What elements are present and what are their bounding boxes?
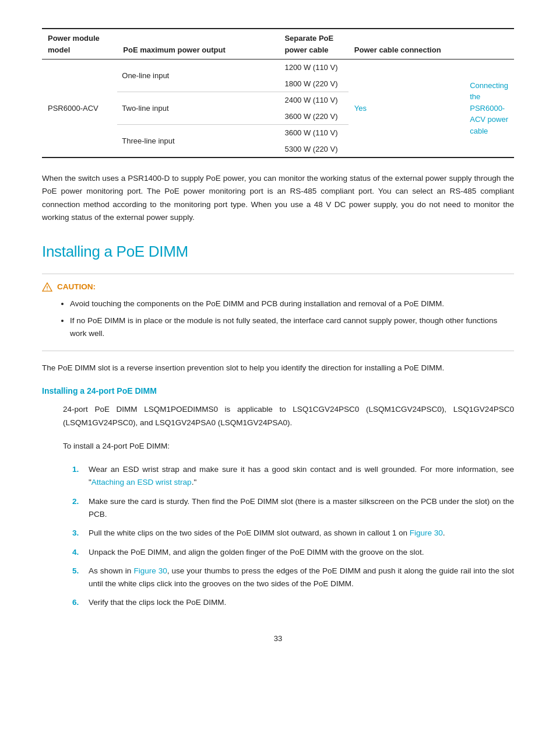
step-1: 1. Wear an ESD wrist strap and make sure… <box>63 463 514 489</box>
esd-strap-link[interactable]: Attaching an ESD wrist strap <box>92 478 192 487</box>
step-6: 6. Verify that the clips lock the PoE DI… <box>63 596 514 609</box>
step-text-3: Pull the white clips on the two sides of… <box>89 527 514 540</box>
steps-list: 1. Wear an ESD wrist strap and make sure… <box>63 463 514 609</box>
figure30-link-b[interactable]: Figure 30 <box>133 566 167 575</box>
connection-link-cell: Connecting thePSR6000-ACV power cable <box>464 60 514 158</box>
caution-box: CAUTION: Avoid touching the components o… <box>42 274 514 351</box>
power-value: 3600 W (110 V) <box>279 125 348 141</box>
step-text-5: As shown in Figure 30, use your thumbs t… <box>89 565 514 591</box>
step-5: 5. As shown in Figure 30, use your thumb… <box>63 565 514 591</box>
caution-item-2: If no PoE DIMM is in place or the module… <box>70 314 505 341</box>
caution-header: CAUTION: <box>42 281 505 293</box>
dimm-intro: The PoE DIMM slot is a reverse insertion… <box>42 362 514 374</box>
step-num-3: 3. <box>72 527 83 540</box>
power-value: 1200 W (110 V) <box>279 60 348 76</box>
step-num-2: 2. <box>72 495 83 522</box>
input-label-threeline: Three-line input <box>117 125 279 158</box>
table-header-poe: PoE maximum power output <box>117 29 279 60</box>
power-value: 5300 W (220 V) <box>279 141 348 158</box>
input-label-twoline: Two-line input <box>117 92 279 125</box>
body-paragraph: When the switch uses a PSR1400-D to supp… <box>42 172 514 224</box>
model-cell: PSR6000-ACV <box>42 60 117 158</box>
table-row: PSR6000-ACV One-line input 1200 W (110 V… <box>42 60 514 76</box>
table-header-separate: Separate PoEpower cable <box>279 29 348 60</box>
figure30-link-a[interactable]: Figure 30 <box>410 528 443 537</box>
table-header-cable: Power cable connection <box>349 29 464 60</box>
page-number: 33 <box>42 633 514 645</box>
step-text-1: Wear an ESD wrist strap and make sure it… <box>89 463 514 489</box>
subsection-heading: Installing a 24-port PoE DIMM <box>42 385 514 397</box>
power-value: 1800 W (220 V) <box>279 76 348 92</box>
step-num-5: 5. <box>72 565 83 591</box>
caution-label: CAUTION: <box>57 281 96 293</box>
step-2: 2. Make sure the card is sturdy. Then fi… <box>63 495 514 522</box>
step-3: 3. Pull the white clips on the two sides… <box>63 527 514 540</box>
svg-point-1 <box>47 289 47 290</box>
input-label-oneline: One-line input <box>117 60 279 92</box>
step-text-2: Make sure the card is sturdy. Then find … <box>89 495 514 522</box>
power-module-table: Power module model PoE maximum power out… <box>42 28 514 158</box>
step-num-1: 1. <box>72 463 83 489</box>
table-header-model: Power module model <box>42 29 117 60</box>
step-text-6: Verify that the clips lock the PoE DIMM. <box>89 596 514 609</box>
connection-link[interactable]: Connecting thePSR6000-ACV power cable <box>470 81 508 135</box>
dimm-intro2: To install a 24-port PoE DIMM: <box>63 440 514 453</box>
step-text-4: Unpack the PoE DIMM, and align the golde… <box>89 546 514 559</box>
section-heading: Installing a PoE DIMM <box>42 240 514 263</box>
caution-list: Avoid touching the components on the PoE… <box>70 298 505 340</box>
dimm-description: 24-port PoE DIMM LSQM1POEDIMMS0 is appli… <box>63 403 514 429</box>
caution-item-1: Avoid touching the components on the PoE… <box>70 298 505 310</box>
power-value: 3600 W (220 V) <box>279 108 348 125</box>
step-4: 4. Unpack the PoE DIMM, and align the go… <box>63 546 514 559</box>
separate-cable-cell: Yes <box>349 60 464 158</box>
caution-triangle-icon <box>42 282 52 292</box>
step-num-4: 4. <box>72 546 83 559</box>
power-value: 2400 W (110 V) <box>279 92 348 108</box>
step-num-6: 6. <box>72 596 83 609</box>
